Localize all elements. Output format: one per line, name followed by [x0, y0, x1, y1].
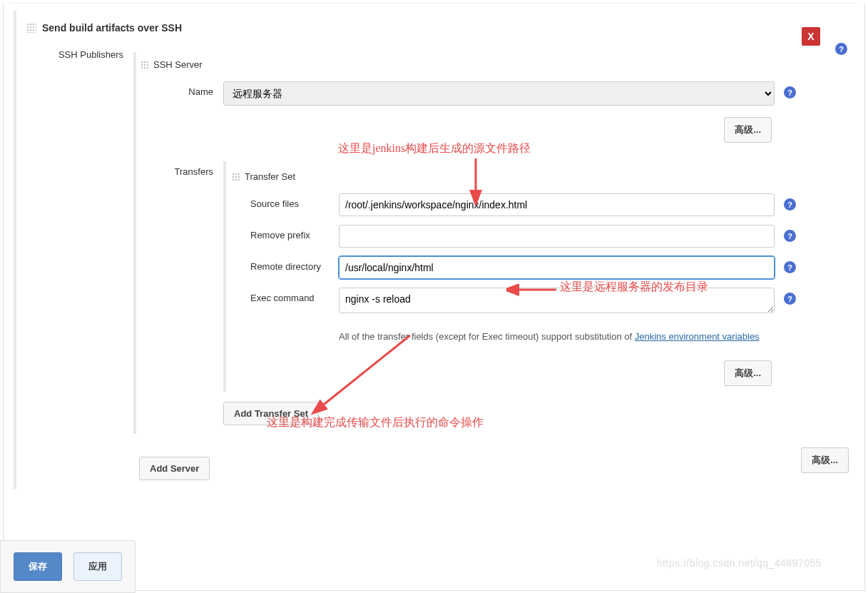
transfers-label: Transfers: [145, 161, 223, 177]
help-icon[interactable]: ?: [784, 230, 796, 242]
help-icon[interactable]: ?: [784, 261, 796, 273]
drag-handle-icon[interactable]: [141, 61, 149, 69]
section-title: Send build artifacts over SSH: [42, 22, 182, 34]
ssh-server-name-select[interactable]: 远程服务器: [223, 81, 775, 106]
source-files-label: Source files: [246, 193, 339, 209]
add-transfer-set-button[interactable]: Add Transfer Set: [223, 402, 319, 425]
help-icon[interactable]: ?: [784, 293, 796, 305]
ssh-server-header: SSH Server: [141, 52, 807, 77]
help-icon[interactable]: ?: [784, 86, 796, 98]
bottom-bar: 保存 应用: [0, 540, 136, 593]
exec-command-label: Exec command: [246, 288, 339, 303]
advanced-button[interactable]: 高级...: [724, 117, 772, 143]
watermark: https://blog.csdn.net/qq_44897055: [657, 557, 822, 569]
drag-handle-icon[interactable]: [232, 173, 240, 181]
remote-directory-input[interactable]: [339, 256, 775, 279]
apply-button[interactable]: 应用: [73, 552, 122, 581]
drag-handle-icon[interactable]: [26, 23, 36, 33]
env-vars-link[interactable]: Jenkins environment variables: [635, 331, 760, 342]
remote-directory-label: Remote directory: [246, 256, 339, 272]
help-text: All of the transfer fields (except for E…: [339, 324, 775, 349]
source-files-input[interactable]: [339, 193, 775, 216]
remove-prefix-input[interactable]: [339, 225, 775, 248]
advanced-button[interactable]: 高级...: [724, 360, 772, 386]
transfer-set-header: Transfer Set: [232, 164, 803, 189]
remove-prefix-label: Remove prefix: [246, 225, 339, 240]
help-icon[interactable]: ?: [784, 198, 796, 211]
advanced-button[interactable]: 高级...: [801, 447, 849, 473]
name-label: Name: [145, 81, 223, 97]
ssh-publishers-label: SSH Publishers: [26, 45, 133, 60]
section-header: Send build artifacts over SSH: [26, 11, 864, 41]
save-button[interactable]: 保存: [14, 552, 62, 581]
add-server-button[interactable]: Add Server: [139, 457, 210, 480]
exec-command-input[interactable]: nginx -s reload: [339, 288, 775, 313]
